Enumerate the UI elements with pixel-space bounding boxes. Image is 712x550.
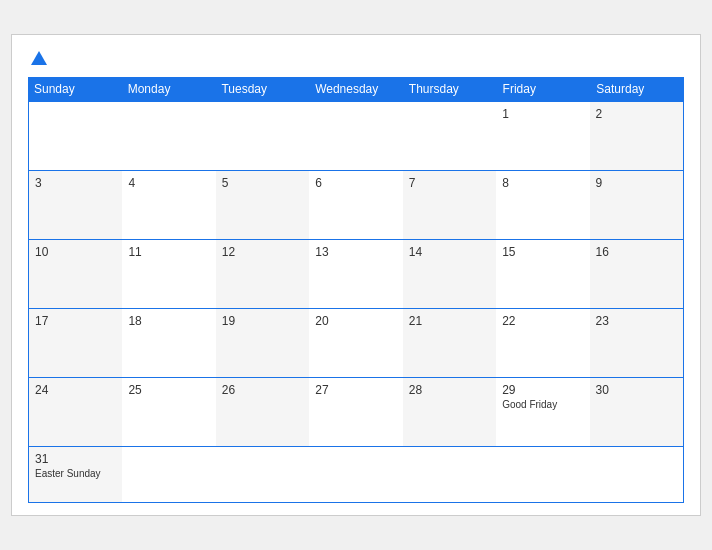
day-number: 12 xyxy=(222,245,303,259)
day-header-sunday: Sunday xyxy=(28,77,122,101)
calendar-day-1: 1 xyxy=(496,102,589,170)
day-number: 26 xyxy=(222,383,303,397)
calendar-day-13: 13 xyxy=(309,240,402,308)
day-event: Easter Sunday xyxy=(35,468,116,479)
day-number: 27 xyxy=(315,383,396,397)
calendar-week-3: 10111213141516 xyxy=(29,239,683,308)
calendar-day-26: 26 xyxy=(216,378,309,446)
day-number: 5 xyxy=(222,176,303,190)
day-number: 2 xyxy=(596,107,677,121)
calendar-week-1: 12 xyxy=(29,101,683,170)
day-number: 7 xyxy=(409,176,490,190)
day-number: 25 xyxy=(128,383,209,397)
calendar-day-10: 10 xyxy=(29,240,122,308)
calendar-day-empty xyxy=(309,102,402,170)
calendar-day-4: 4 xyxy=(122,171,215,239)
calendar-day-empty xyxy=(403,447,496,502)
day-number: 28 xyxy=(409,383,490,397)
calendar-day-31: 31Easter Sunday xyxy=(29,447,122,502)
day-number: 22 xyxy=(502,314,583,328)
day-header-monday: Monday xyxy=(122,77,216,101)
day-number: 23 xyxy=(596,314,677,328)
day-number: 6 xyxy=(315,176,396,190)
calendar-day-empty xyxy=(122,102,215,170)
day-number: 10 xyxy=(35,245,116,259)
day-number: 15 xyxy=(502,245,583,259)
calendar-day-empty xyxy=(496,447,589,502)
day-number: 17 xyxy=(35,314,116,328)
calendar-week-5: 242526272829Good Friday30 xyxy=(29,377,683,446)
calendar-day-empty xyxy=(216,102,309,170)
day-number: 30 xyxy=(596,383,677,397)
calendar-day-16: 16 xyxy=(590,240,683,308)
day-number: 14 xyxy=(409,245,490,259)
calendar-day-20: 20 xyxy=(309,309,402,377)
calendar-day-27: 27 xyxy=(309,378,402,446)
logo-triangle-icon xyxy=(31,51,47,65)
day-number: 20 xyxy=(315,314,396,328)
day-number: 24 xyxy=(35,383,116,397)
calendar-container: SundayMondayTuesdayWednesdayThursdayFrid… xyxy=(11,34,701,516)
calendar-week-6: 31Easter Sunday xyxy=(29,446,683,502)
calendar-day-30: 30 xyxy=(590,378,683,446)
calendar-day-empty xyxy=(216,447,309,502)
day-header-tuesday: Tuesday xyxy=(215,77,309,101)
calendar-day-7: 7 xyxy=(403,171,496,239)
calendar-day-21: 21 xyxy=(403,309,496,377)
day-number: 1 xyxy=(502,107,583,121)
logo xyxy=(28,51,47,67)
day-number: 13 xyxy=(315,245,396,259)
calendar-day-18: 18 xyxy=(122,309,215,377)
day-header-saturday: Saturday xyxy=(590,77,684,101)
calendar-day-2: 2 xyxy=(590,102,683,170)
calendar-day-5: 5 xyxy=(216,171,309,239)
day-number: 9 xyxy=(596,176,677,190)
calendar-day-3: 3 xyxy=(29,171,122,239)
day-number: 4 xyxy=(128,176,209,190)
calendar-day-11: 11 xyxy=(122,240,215,308)
day-number: 11 xyxy=(128,245,209,259)
calendar-day-23: 23 xyxy=(590,309,683,377)
day-headers: SundayMondayTuesdayWednesdayThursdayFrid… xyxy=(28,77,684,101)
calendar-day-6: 6 xyxy=(309,171,402,239)
day-number: 3 xyxy=(35,176,116,190)
calendar-day-empty xyxy=(122,447,215,502)
calendar-day-14: 14 xyxy=(403,240,496,308)
calendar-week-2: 3456789 xyxy=(29,170,683,239)
calendar-day-8: 8 xyxy=(496,171,589,239)
calendar-day-17: 17 xyxy=(29,309,122,377)
calendar-day-29: 29Good Friday xyxy=(496,378,589,446)
day-header-thursday: Thursday xyxy=(403,77,497,101)
calendar-day-22: 22 xyxy=(496,309,589,377)
day-number: 19 xyxy=(222,314,303,328)
calendar-day-9: 9 xyxy=(590,171,683,239)
calendar-day-25: 25 xyxy=(122,378,215,446)
day-event: Good Friday xyxy=(502,399,583,410)
day-number: 21 xyxy=(409,314,490,328)
day-number: 16 xyxy=(596,245,677,259)
calendar-day-15: 15 xyxy=(496,240,589,308)
day-number: 29 xyxy=(502,383,583,397)
calendar-day-empty xyxy=(29,102,122,170)
calendar-day-empty xyxy=(403,102,496,170)
day-number: 18 xyxy=(128,314,209,328)
calendar-day-empty xyxy=(590,447,683,502)
calendar-day-19: 19 xyxy=(216,309,309,377)
calendar-week-4: 17181920212223 xyxy=(29,308,683,377)
day-number: 31 xyxy=(35,452,116,466)
calendar-day-24: 24 xyxy=(29,378,122,446)
calendar-day-12: 12 xyxy=(216,240,309,308)
day-header-friday: Friday xyxy=(497,77,591,101)
calendar-day-28: 28 xyxy=(403,378,496,446)
calendar-grid: 1234567891011121314151617181920212223242… xyxy=(28,101,684,503)
calendar-header xyxy=(28,51,684,67)
day-header-wednesday: Wednesday xyxy=(309,77,403,101)
calendar-day-empty xyxy=(309,447,402,502)
day-number: 8 xyxy=(502,176,583,190)
